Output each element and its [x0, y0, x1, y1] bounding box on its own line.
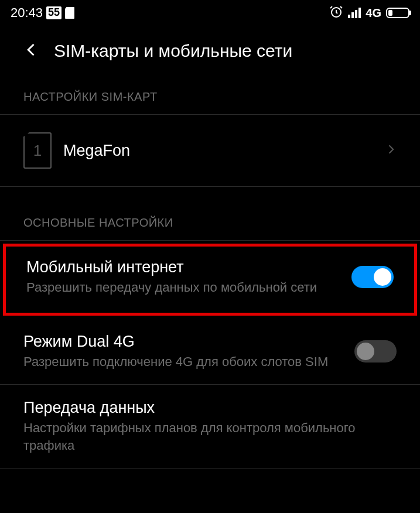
sim-card-item[interactable]: 1 MegaFon — [0, 115, 420, 187]
dual-4g-title: Режим Dual 4G — [23, 333, 343, 351]
header: SIM-карты и мобильные сети — [0, 23, 420, 73]
mobile-data-toggle[interactable] — [351, 266, 394, 288]
dual-4g-subtitle: Разрешить подключение 4G для обоих слото… — [23, 353, 343, 371]
item-text: Передача данных Настройки тарифных плано… — [23, 399, 397, 454]
sd-card-icon — [65, 7, 74, 19]
item-text: Мобильный интернет Разрешить передачу да… — [26, 258, 340, 296]
data-usage-item[interactable]: Передача данных Настройки тарифных плано… — [0, 385, 420, 468]
sim-carrier-name: MegaFon — [63, 142, 373, 160]
section-header-main: ОСНОВНЫЕ НАСТРОЙКИ — [0, 199, 420, 241]
network-label: 4G — [366, 6, 381, 20]
item-text: Режим Dual 4G Разрешить подключение 4G д… — [23, 333, 343, 371]
dual-4g-item[interactable]: Режим Dual 4G Разрешить подключение 4G д… — [0, 319, 420, 385]
mobile-data-title: Мобильный интернет — [26, 258, 340, 276]
battery-icon — [386, 8, 409, 18]
alarm-icon — [329, 5, 343, 21]
data-usage-subtitle: Настройки тарифных планов для контроля м… — [23, 419, 397, 454]
sim-slot-icon: 1 — [23, 132, 52, 169]
signal-icon — [348, 8, 361, 18]
back-icon[interactable] — [23, 42, 40, 60]
status-badge: 55 — [46, 6, 62, 19]
mobile-data-item[interactable]: Мобильный интернет Разрешить передачу да… — [3, 244, 417, 316]
data-usage-title: Передача данных — [23, 399, 397, 417]
dual-4g-toggle[interactable] — [354, 340, 397, 362]
mobile-data-subtitle: Разрешить передачу данных по мобильной с… — [26, 279, 340, 296]
status-right: 4G — [329, 5, 409, 21]
chevron-right-icon — [385, 143, 397, 158]
item-text: MegaFon — [63, 142, 373, 160]
sim-slot-number: 1 — [33, 142, 42, 160]
status-bar: 20:43 55 4G — [0, 0, 420, 23]
status-time: 20:43 — [11, 5, 43, 20]
page-title: SIM-карты и мобильные сети — [54, 41, 292, 61]
status-left: 20:43 55 — [11, 5, 74, 20]
section-header-sim: НАСТРОЙКИ SIM-КАРТ — [0, 73, 420, 115]
